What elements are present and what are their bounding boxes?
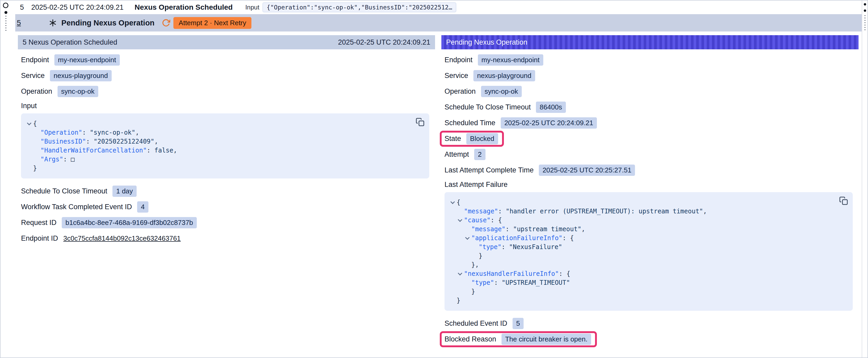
- json-line: "HandlerWaitForCancellation": false,: [25, 146, 413, 155]
- field-row-endpoint-id: Endpoint ID 3c0c75ccfa8144b092c13ce63246…: [21, 230, 435, 246]
- json-line-text: "message": "handler error (UPSTREAM_TIME…: [464, 207, 707, 216]
- json-line-text: {: [33, 119, 37, 128]
- field-row-service: Service nexus-playground: [21, 68, 435, 84]
- asterisk-icon: [49, 19, 57, 27]
- timeline-open-node-icon: [3, 3, 8, 8]
- json-line: "applicationFailureInfo": {: [449, 234, 837, 242]
- json-line: "message": "upstream timeout",: [449, 225, 837, 234]
- field-label: Workflow Task Completed Event ID: [21, 203, 132, 211]
- json-line: },: [449, 260, 837, 269]
- field-row-schedule-to-close-timeout: Schedule To Close Timeout 86400s: [444, 99, 859, 115]
- blocked-reason-value-chip: The circuit breaker is open.: [501, 334, 591, 345]
- field-value-chip: sync-op-ok: [58, 86, 98, 97]
- field-label: Request ID: [21, 219, 57, 227]
- field-label: Endpoint: [21, 56, 49, 64]
- pending-event-title: Pending Nexus Operation: [61, 19, 155, 27]
- main-content: 5 2025-02-25 UTC 20:24:09.21 Nexus Opera…: [15, 1, 862, 357]
- state-value-chip: Blocked: [466, 133, 498, 144]
- field-label: Last Attempt Complete Time: [444, 166, 533, 174]
- json-line-text: {: [457, 198, 460, 207]
- json-line: "Args": □: [25, 155, 413, 164]
- json-line-text: }: [33, 164, 37, 173]
- failure-json-code-block: {"message": "handler error (UPSTREAM_TIM…: [444, 192, 853, 311]
- field-value-chip: 86400s: [536, 102, 566, 113]
- field-label: Service: [444, 72, 468, 80]
- event-id-link[interactable]: 5: [17, 19, 21, 27]
- chevron-down-icon[interactable]: [463, 237, 471, 239]
- json-line: "type": "NexusFailure": [449, 242, 837, 252]
- copy-icon: [839, 196, 848, 205]
- field-row-operation: Operation sync-op-ok: [21, 84, 435, 99]
- field-label: Operation: [21, 88, 52, 96]
- json-line: "BusinessID": "20250225122409",: [25, 137, 413, 146]
- field-label: Schedule To Close Timeout: [21, 187, 107, 195]
- field-row-operation: Operation sync-op-ok: [444, 84, 859, 99]
- json-line-text: }: [479, 252, 482, 260]
- json-line-text: "Args": □: [40, 155, 74, 164]
- event-row-nexus-operation-scheduled[interactable]: 5 2025-02-25 UTC 20:24:09.21 Nexus Opera…: [15, 1, 862, 14]
- detail-header-timestamp: 2025-02-25 UTC 20:24:09.21: [338, 38, 430, 46]
- json-line-text: "BusinessID": "20250225122409",: [40, 137, 158, 146]
- json-line: "cause": {: [449, 216, 837, 225]
- field-label: Operation: [444, 88, 476, 96]
- field-label: Input: [21, 102, 37, 110]
- field-value-chip: 2025-02-25 UTC 20:24:09.21: [501, 117, 597, 129]
- field-value-chip: 2025-02-25 UTC 20:25:27.51: [539, 165, 635, 176]
- field-label: Blocked Reason: [444, 335, 496, 343]
- field-row-scheduled-event-id: Scheduled Event ID 5: [444, 316, 859, 331]
- input-label: Input: [245, 4, 259, 11]
- json-line: "message": "handler error (UPSTREAM_TIME…: [449, 207, 837, 216]
- json-line: "type": "UPSTREAM_TIMEOUT": [449, 278, 837, 287]
- field-row-workflow-task-completed-event-id: Workflow Task Completed Event ID 4: [21, 199, 435, 215]
- copy-button[interactable]: [414, 117, 426, 128]
- retry-icon: [162, 19, 170, 27]
- event-detail-panel: 5 Nexus Operation Scheduled 2025-02-25 U…: [18, 35, 435, 347]
- field-label: Endpoint ID: [21, 234, 58, 242]
- field-value-chip: b1c6a4bc-8ee7-468a-9169-df3b02c8737b: [62, 217, 197, 228]
- endpoint-id-link[interactable]: 3c0c75ccfa8144b092c13ce632463761: [63, 234, 181, 242]
- chevron-down-icon[interactable]: [449, 201, 457, 203]
- event-row-pending-nexus-operation[interactable]: 5 Pending Nexus Operation Attempt 2 · Ne…: [15, 14, 862, 32]
- field-row-blocked-reason: Blocked Reason The circuit breaker is op…: [444, 331, 859, 347]
- field-row-service: Service nexus-playground: [444, 68, 859, 84]
- json-line: "Operation": "sync-op-ok",: [25, 128, 413, 137]
- field-label: Scheduled Time: [444, 119, 495, 127]
- timeline-dot-icon: [864, 9, 866, 12]
- json-line-text: "type": "NexusFailure": [479, 242, 562, 252]
- field-row-endpoint: Endpoint my-nexus-endpoint: [21, 52, 435, 68]
- event-detail-area: 5 Nexus Operation Scheduled 2025-02-25 U…: [15, 32, 862, 357]
- pending-header-title: Pending Nexus Operation: [446, 38, 527, 46]
- field-row-scheduled-time: Scheduled Time 2025-02-25 UTC 20:24:09.2…: [444, 115, 859, 131]
- json-line: }: [25, 164, 413, 173]
- pending-operation-panel: Pending Nexus Operation Endpoint my-nexu…: [441, 35, 859, 347]
- blocked-reason-annotation: Blocked Reason The circuit breaker is op…: [444, 334, 591, 345]
- json-line-text: "applicationFailureInfo": {: [471, 234, 574, 242]
- field-row-last-attempt-complete-time: Last Attempt Complete Time 2025-02-25 UT…: [444, 162, 859, 178]
- timeline-dotted-line: [865, 15, 865, 30]
- chevron-down-icon[interactable]: [456, 219, 464, 221]
- input-json-code-block: {"Operation": "sync-op-ok","BusinessID":…: [21, 113, 429, 178]
- timeline-dot-icon: [864, 3, 866, 5]
- json-line-text: },: [471, 260, 479, 269]
- event-detail-header: 5 Nexus Operation Scheduled 2025-02-25 U…: [18, 35, 435, 50]
- field-row-state: State Blocked: [444, 131, 859, 147]
- chevron-down-icon[interactable]: [25, 123, 33, 125]
- event-input-preview-chip: {"Operation":"sync-op-ok","BusinessID":"…: [262, 2, 456, 12]
- field-value-chip: 4: [137, 201, 148, 213]
- field-value-chip: my-nexus-endpoint: [478, 54, 543, 66]
- field-label: Attempt: [444, 151, 469, 159]
- field-value-chip: my-nexus-endpoint: [54, 54, 120, 66]
- field-label: Endpoint: [444, 56, 473, 64]
- json-line-text: "message": "upstream timeout",: [471, 225, 585, 234]
- copy-button[interactable]: [838, 195, 849, 207]
- temporal-event-history-screen: 5 2025-02-25 UTC 20:24:09.21 Nexus Opera…: [0, 0, 868, 358]
- right-scroll-gutter: [862, 1, 867, 357]
- json-line-text: "cause": {: [464, 216, 502, 225]
- input-block-label: Input: [21, 99, 435, 112]
- field-label: Scheduled Event ID: [444, 319, 507, 328]
- event-detail-body: Endpoint my-nexus-endpoint Service nexus…: [18, 50, 435, 246]
- json-line: }: [449, 252, 837, 260]
- event-id[interactable]: 5: [20, 3, 24, 11]
- chevron-down-icon[interactable]: [456, 273, 464, 275]
- event-title: Nexus Operation Scheduled: [134, 3, 232, 11]
